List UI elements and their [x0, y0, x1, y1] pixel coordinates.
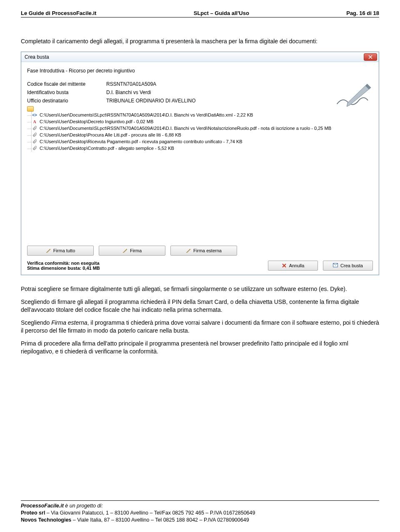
header-right: Pag. 16 di 18 [346, 10, 379, 16]
window-titlebar: Crea busta [21, 52, 379, 62]
tree-item[interactable]: <> C:\Users\User\Documents\SLpct\RSSNTN7… [32, 112, 373, 118]
ufficio-value: TRIBUNALE ORDINARIO DI AVELLINO [106, 98, 196, 104]
page-footer: ProcessoFacile.it è un progetto di: Prot… [21, 500, 379, 524]
codice-label: Codice fiscale del mittente [27, 81, 106, 87]
paragraph-4: Prima di procedere alla firma dell'atto … [21, 340, 379, 355]
page-header: Le Guide di ProcessoFacile.it SLpct – Gu… [21, 10, 379, 17]
tree-item[interactable]: C:\Users\User\Desktop\Ricevuta Pagamento… [32, 138, 373, 145]
close-icon[interactable] [364, 53, 377, 61]
tree-item-text: C:\Users\User\Desktop\Procura Alle Liti.… [40, 132, 181, 137]
crea-busta-button[interactable]: Crea busta [323, 261, 373, 271]
tree-item[interactable]: C:\Users\User\Desktop\Contratto.pdf - al… [32, 145, 373, 152]
crea-busta-window: Crea busta Fase Introduttiva - Ricorso p… [21, 52, 379, 275]
stima-status: Stima dimensione busta: 0,41 MB [27, 266, 100, 271]
tree-item-text: C:\Users\User\Desktop\Contratto.pdf - al… [40, 146, 174, 151]
pen-icon [122, 248, 128, 253]
paperclip-icon [32, 132, 38, 138]
intro-text: Completato il caricamento degli allegati… [21, 37, 379, 45]
paragraph-3: Scegliendo Firma esterna, il programma t… [21, 319, 379, 335]
folder-icon [27, 106, 34, 112]
paperclip-icon [32, 125, 38, 131]
ufficio-label: Ufficio destinatario [27, 98, 106, 104]
tree-item-text: C:\Users\User\Desktop\Decreto Ingiuntivo… [40, 119, 153, 124]
tree-item-text: C:\Users\User\Documents\SLpct\RSSNTN70A0… [40, 112, 253, 117]
annulla-button[interactable]: Annulla [268, 261, 318, 271]
ident-label: Identificativo busta [27, 89, 106, 95]
atto-icon: A [32, 119, 38, 124]
header-left: Le Guide di ProcessoFacile.it [21, 10, 96, 16]
tree-item-text: C:\Users\User\Desktop\Ricevuta Pagamento… [40, 139, 242, 144]
tree-item[interactable]: C:\Users\User\Documents\SLpct\RSSNTN70A0… [32, 125, 373, 132]
firma-esterna-button[interactable]: Firma esterna [170, 246, 237, 256]
ident-value: D.I. Bianchi vs Verdi [106, 89, 151, 95]
tree-item[interactable]: C:\Users\User\Desktop\Procura Alle Liti.… [32, 132, 373, 138]
paperclip-icon [32, 145, 38, 151]
paragraph-1: Potrai scegliere se firmare digitalmente… [21, 285, 379, 293]
pen-icon [46, 248, 51, 253]
paragraph-2: Scegliendo di firmare gli allegati il pr… [21, 298, 379, 314]
fase-line: Fase Introduttiva - Ricorso per decreto … [27, 68, 373, 74]
cancel-icon [282, 263, 287, 268]
window-title: Crea busta [25, 54, 49, 60]
pen-icon [186, 248, 191, 253]
file-tree: <> C:\Users\User\Documents\SLpct\RSSNTN7… [27, 106, 373, 243]
pen-signature-icon [335, 80, 372, 109]
header-center: SLpct – Guida all'Uso [194, 10, 249, 16]
verifica-status: Verifica conformità: non eseguita [27, 261, 100, 266]
envelope-icon [333, 263, 338, 268]
codice-value: RSSNTN70A01A509A [106, 81, 156, 87]
firma-button[interactable]: Firma [99, 246, 165, 256]
tree-item-text: C:\Users\User\Documents\SLpct\RSSNTN70A0… [40, 126, 331, 131]
paperclip-icon [32, 139, 38, 144]
tree-item[interactable]: A C:\Users\User\Desktop\Decreto Ingiunti… [32, 118, 373, 125]
xml-icon: <> [32, 112, 38, 118]
firma-tutto-button[interactable]: Firma tutto [27, 246, 94, 256]
